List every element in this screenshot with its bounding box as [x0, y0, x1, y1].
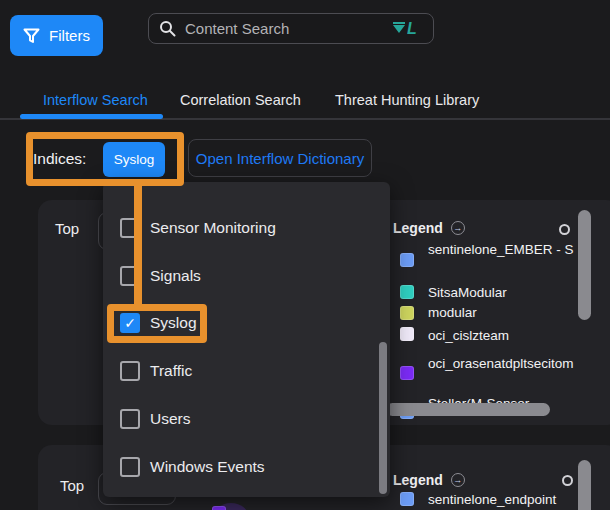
indices-label: Indices:	[33, 150, 86, 168]
lucene-syntax-icon[interactable]: L	[393, 21, 417, 37]
legend-swatch	[400, 366, 414, 380]
legend-item-label: sentinelone_EMBER - S	[428, 242, 576, 257]
menu-item-label: Syslog	[150, 314, 197, 332]
legend-circle-icon[interactable]	[559, 224, 570, 235]
legend-circle-icon[interactable]	[562, 475, 573, 486]
menu-item-label: Sensor Monitoring	[150, 219, 276, 237]
lucene-funnel-glyph	[393, 25, 405, 33]
legend-title: Legend	[393, 472, 443, 488]
legend-swatch	[400, 285, 414, 299]
search-icon	[159, 20, 176, 37]
legend-vertical-scrollbar[interactable]	[578, 210, 591, 320]
legend-swatch	[212, 506, 226, 510]
tab-threat-hunting-library[interactable]: Threat Hunting Library	[335, 92, 479, 108]
checkbox-unchecked[interactable]	[120, 266, 140, 286]
dropdown-scrollbar[interactable]	[379, 342, 387, 494]
lucene-l-glyph: L	[407, 21, 417, 37]
legend-swatch	[400, 253, 414, 267]
legend-swatch	[400, 306, 414, 320]
top-label: Top	[55, 220, 79, 237]
open-interflow-dictionary-button[interactable]: Open Interflow Dictionary	[188, 139, 372, 177]
legend-item-label: sentinelone_endpoint	[428, 492, 578, 507]
legend-title: Legend	[393, 220, 443, 236]
legend-vertical-scrollbar[interactable]	[578, 460, 591, 510]
menu-item-syslog[interactable]: ✓ Syslog	[120, 313, 197, 333]
indices-dropdown-menu: Sensor Monitoring Signals ✓ Syslog Traff…	[103, 182, 390, 497]
legend-item-label: oci_cislzteam	[428, 328, 578, 343]
checkbox-checked[interactable]: ✓	[120, 313, 140, 333]
legend-arrow-icon[interactable]: →	[451, 221, 465, 235]
menu-item-label: Users	[150, 410, 190, 428]
legend-item-label: oci_orasenatdpltsecitom	[428, 356, 578, 371]
checkbox-unchecked[interactable]	[120, 457, 140, 477]
open-interflow-dictionary-label: Open Interflow Dictionary	[196, 150, 364, 167]
filter-funnel-icon	[23, 28, 40, 44]
checkbox-unchecked[interactable]	[120, 218, 140, 238]
checkbox-unchecked[interactable]	[120, 361, 140, 381]
legend-arrow-icon[interactable]: →	[451, 473, 465, 487]
indices-syslog-chip[interactable]: Syslog	[103, 142, 165, 177]
menu-item-label: Windows Events	[150, 458, 265, 476]
filters-button-label: Filters	[49, 27, 90, 44]
menu-item-windows-events[interactable]: Windows Events	[120, 457, 265, 477]
top-label: Top	[60, 477, 84, 494]
tab-correlation-search[interactable]: Correlation Search	[180, 92, 301, 108]
content-search-input[interactable]	[183, 19, 386, 38]
content-search-bar[interactable]: L	[148, 13, 434, 44]
legend-swatch	[400, 492, 414, 506]
menu-item-sensor-monitoring[interactable]: Sensor Monitoring	[120, 218, 276, 238]
menu-item-traffic[interactable]: Traffic	[120, 361, 192, 381]
filters-button[interactable]: Filters	[10, 15, 103, 56]
legend-swatch	[400, 327, 414, 341]
menu-item-users[interactable]: Users	[120, 409, 190, 429]
menu-item-label: Traffic	[150, 362, 192, 380]
legend-item-label: modular	[428, 305, 578, 320]
active-tab-underline	[20, 114, 163, 119]
menu-item-signals[interactable]: Signals	[120, 266, 201, 286]
menu-item-label: Signals	[150, 267, 201, 285]
legend-item-label: SitsaModular	[428, 285, 578, 300]
horizontal-scrollbar[interactable]	[386, 403, 550, 416]
tab-interflow-search[interactable]: Interflow Search	[43, 92, 148, 108]
checkbox-unchecked[interactable]	[120, 409, 140, 429]
